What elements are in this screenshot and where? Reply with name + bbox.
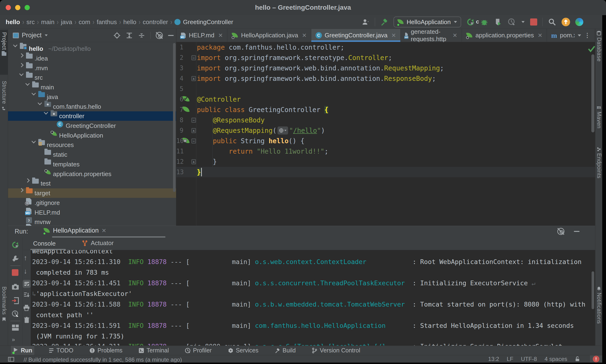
- soft-wrap-toggle[interactable]: [23, 280, 31, 288]
- notifications-tile[interactable]: !: [590, 355, 602, 363]
- tab-application-properties[interactable]: application.properties✕: [462, 29, 547, 42]
- down-stacktrace-icon[interactable]: ↓: [24, 267, 27, 275]
- project-panel-title[interactable]: Project: [22, 32, 42, 39]
- update-available-icon[interactable]: [562, 18, 570, 26]
- http-method-inline-hint[interactable]: [277, 127, 288, 134]
- rerun-button[interactable]: [11, 241, 19, 250]
- inspections-ok-check-icon[interactable]: [588, 45, 595, 52]
- console-scrollbar[interactable]: [592, 271, 594, 309]
- tree-row[interactable]: resources: [8, 140, 176, 150]
- breadcrumb-item[interactable]: hello: [123, 18, 136, 26]
- breadcrumb-item[interactable]: controller: [143, 18, 168, 26]
- more-actions-chevrons[interactable]: »: [12, 336, 15, 343]
- locate-file-icon[interactable]: [114, 32, 121, 39]
- toolwindow-version-control[interactable]: Version Control: [310, 346, 362, 355]
- fold-marker[interactable]: [192, 55, 196, 60]
- run-configuration-select[interactable]: HelloApplication: [394, 16, 461, 27]
- maximize-traffic-light[interactable]: [25, 5, 30, 10]
- tree-scrollbar[interactable]: [173, 43, 176, 192]
- stripe-tab-project[interactable]: Project: [0, 30, 8, 75]
- toolwindow-services[interactable]: Services: [226, 346, 260, 355]
- stripe-tab-bookmarks[interactable]: Bookmarks: [0, 286, 8, 338]
- tree-row[interactable]: static: [8, 150, 176, 159]
- expand-all-icon[interactable]: [126, 32, 133, 39]
- hide-panel-icon[interactable]: [168, 35, 174, 36]
- toolwindow-todo[interactable]: TODO: [47, 346, 75, 355]
- close-icon[interactable]: ✕: [302, 32, 307, 39]
- breadcrumb-item[interactable]: main: [41, 18, 54, 26]
- up-stacktrace-icon[interactable]: ↑: [24, 254, 27, 262]
- rerun-button[interactable]: [466, 18, 475, 26]
- tree-row[interactable]: main: [8, 82, 176, 92]
- fold-marker[interactable]: [192, 128, 196, 133]
- code-editor[interactable]: 1 2 3 4 5 6 7 8 9 10 11 12 13: [176, 42, 595, 226]
- fold-marker[interactable]: [192, 76, 196, 81]
- tab-actuator[interactable]: Actuator: [82, 239, 114, 247]
- thread-dump-camera-icon[interactable]: [11, 283, 19, 292]
- toolwindow-problems[interactable]: Problems: [88, 346, 124, 355]
- stripe-tab-endpoints[interactable]: Endpoints: [595, 147, 603, 179]
- clear-console-trash-icon[interactable]: [24, 317, 30, 324]
- restore-layout-icon[interactable]: [11, 324, 19, 333]
- tab-help-md[interactable]: HELP.md✕: [176, 29, 227, 42]
- tree-row[interactable]: .mvn: [8, 63, 176, 73]
- tab-pom-xml[interactable]: m pom.xml ⋮: [547, 29, 595, 42]
- profiler-clock-icon[interactable]: [11, 310, 19, 319]
- tool-window-switcher-icon[interactable]: [8, 357, 14, 362]
- tree-row[interactable]: GreetingController: [8, 121, 176, 130]
- console-output[interactable]: WebApplicationContext 2023-09-14 15:26:1…: [31, 250, 595, 346]
- tree-row[interactable]: src: [8, 73, 176, 82]
- ide-gradient-icon[interactable]: [575, 18, 583, 26]
- tree-row-partial[interactable]: [8, 224, 176, 226]
- stop-button[interactable]: [530, 18, 537, 26]
- tab-generated-requests-http[interactable]: generated-requests.http✕: [401, 29, 462, 42]
- build-hammer-icon[interactable]: [380, 18, 388, 26]
- tree-row[interactable]: templates: [8, 159, 176, 169]
- tree-row[interactable]: application.properties: [8, 169, 176, 179]
- close-icon[interactable]: ✕: [453, 32, 457, 39]
- profiler-button[interactable]: [507, 18, 516, 26]
- status-message[interactable]: // Build completed successfully in 1 sec…: [24, 356, 182, 363]
- run-tab[interactable]: HelloApplication ✕: [43, 227, 106, 234]
- tree-row[interactable]: .gitignore: [8, 198, 176, 208]
- tab-options-kebab-icon[interactable]: ⋮: [584, 32, 591, 39]
- user-account-icon[interactable]: [362, 18, 370, 26]
- hide-panel-icon[interactable]: [574, 231, 580, 232]
- print-icon[interactable]: [23, 304, 30, 312]
- toolwindow-run[interactable]: Run: [11, 346, 34, 355]
- chevron-down-icon[interactable]: [44, 34, 48, 37]
- file-encoding[interactable]: UTF-8: [521, 356, 537, 362]
- exit-process-icon[interactable]: [11, 297, 19, 306]
- tree-row[interactable]: com.fanthus.hello: [8, 102, 176, 111]
- close-icon[interactable]: ✕: [538, 32, 542, 39]
- breadcrumb-item[interactable]: fanthus: [97, 18, 117, 26]
- tree-row-target[interactable]: target: [8, 188, 176, 198]
- editor-scrollbar[interactable]: [591, 54, 594, 132]
- toolwindow-build[interactable]: Build: [273, 346, 298, 355]
- tab-greetingcontroller-java[interactable]: GreetingController.java✕: [311, 29, 401, 42]
- coverage-button[interactable]: [494, 18, 502, 26]
- debug-button[interactable]: [480, 18, 489, 26]
- minimize-traffic-light[interactable]: [15, 5, 20, 10]
- tree-row[interactable]: .idea: [8, 54, 176, 63]
- toolwindow-terminal[interactable]: Terminal: [137, 346, 171, 355]
- close-icon[interactable]: ✕: [391, 32, 396, 39]
- fold-marker[interactable]: [192, 118, 196, 123]
- indent-size[interactable]: 4 spaces: [544, 356, 567, 362]
- gear-icon[interactable]: [557, 228, 564, 235]
- fold-marker[interactable]: [192, 139, 196, 143]
- tree-row[interactable]: java: [8, 92, 176, 102]
- breadcrumb-item[interactable]: java: [61, 18, 72, 26]
- close-icon[interactable]: ✕: [218, 32, 223, 39]
- toolwindow-profiler[interactable]: Profiler: [183, 346, 213, 355]
- tree-row[interactable]: HELP.md: [8, 208, 176, 217]
- stripe-tab-maven[interactable]: m Maven: [595, 104, 603, 129]
- stripe-tab-structure[interactable]: Structure: [0, 78, 8, 123]
- edit-configuration-wrench-icon[interactable]: [11, 255, 19, 263]
- gear-icon[interactable]: [156, 32, 163, 39]
- chevron-down-icon[interactable]: [577, 34, 581, 37]
- breadcrumb-item[interactable]: src: [26, 18, 35, 26]
- stripe-tab-database[interactable]: Database: [595, 31, 603, 62]
- search-everywhere-icon[interactable]: [548, 18, 556, 26]
- breadcrumb-item[interactable]: hello: [6, 18, 20, 26]
